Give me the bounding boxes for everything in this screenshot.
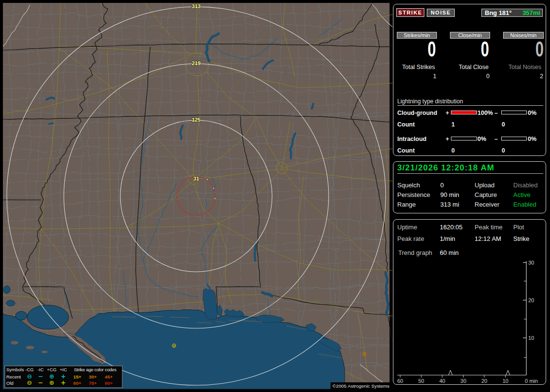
svg-text:10: 10 xyxy=(503,378,508,384)
svg-text:90+: 90+ xyxy=(105,380,113,386)
svg-text:30: 30 xyxy=(461,378,466,384)
svg-text:©2005 Astrogenic Systems: ©2005 Astrogenic Systems xyxy=(333,383,390,389)
svg-text:30: 30 xyxy=(528,260,534,266)
svg-text:219: 219 xyxy=(192,60,201,66)
svg-text:Recent: Recent xyxy=(6,374,21,379)
svg-text:+IC: +IC xyxy=(59,367,67,372)
svg-text:Old: Old xyxy=(6,380,14,386)
svg-text:0 min: 0 min xyxy=(525,378,538,384)
svg-text:40: 40 xyxy=(439,378,445,384)
svg-text:+CG: +CG xyxy=(47,367,57,372)
svg-text:31: 31 xyxy=(193,176,199,182)
svg-text:30+: 30+ xyxy=(89,374,97,379)
svg-text:50: 50 xyxy=(418,378,424,384)
svg-text:60+: 60+ xyxy=(73,380,82,386)
svg-text:60: 60 xyxy=(397,378,403,384)
svg-text:-CG: -CG xyxy=(25,367,33,372)
svg-text:-IC: -IC xyxy=(38,367,44,372)
svg-text:10: 10 xyxy=(528,335,534,341)
svg-text:Strike age color codes: Strike age color codes xyxy=(74,367,116,372)
svg-text:15+: 15+ xyxy=(73,374,82,379)
svg-text:Symbols: Symbols xyxy=(6,367,24,372)
svg-text:20: 20 xyxy=(481,378,487,384)
svg-text:20: 20 xyxy=(528,297,534,303)
svg-text:125: 125 xyxy=(192,117,201,123)
svg-text:45+: 45+ xyxy=(105,374,113,379)
svg-text:313: 313 xyxy=(192,3,201,9)
svg-text:75+: 75+ xyxy=(89,380,97,386)
